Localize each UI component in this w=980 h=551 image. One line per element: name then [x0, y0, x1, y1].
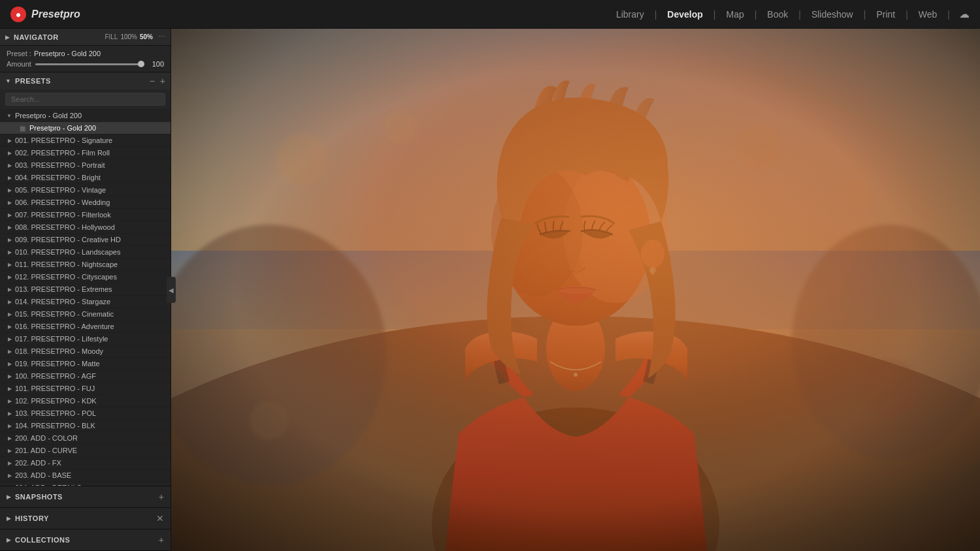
preset-info: Preset : Presetpro - Gold 200 Amount 100 — [0, 46, 171, 72]
preset-group-g002: ▶ 002. PRESETPRO - Film Roll — [0, 147, 171, 159]
zoom-100[interactable]: 100% — [120, 33, 137, 40]
preset-group-item-g101[interactable]: ▶ 101. PRESETPRO - FUJ — [0, 383, 171, 394]
presets-header-left: ▼ Presets — [5, 77, 51, 85]
preset-group-item-g016[interactable]: ▶ 016. PRESETPRO - Adventure — [0, 321, 171, 332]
preset-group-g018: ▶ 018. PRESETPRO - Moody — [0, 345, 171, 358]
nav-map[interactable]: Map — [719, 7, 750, 22]
preset-group-item-g202[interactable]: ▶ 202. ADD - FX — [0, 457, 171, 469]
center-image-area[interactable] — [171, 29, 980, 551]
preset-label: Preset : — [7, 50, 31, 57]
presets-minus-button[interactable]: − — [150, 76, 155, 86]
preset-group-g103: ▶ 103. PRESETPRO - POL — [0, 407, 171, 420]
logo-icon: ● — [10, 7, 26, 22]
preset-group-item-g019[interactable]: ▶ 019. PRESETPRO - Matte — [0, 358, 171, 370]
nav-links: Library | Develop | Map | Book | Slidesh… — [610, 7, 970, 22]
preset-name-value: Presetpro - Gold 200 — [34, 50, 101, 57]
preset-group-g201: ▶ 201. ADD - CURVE — [0, 445, 171, 457]
preset-group-item-g012[interactable]: ▶ 012. PRESETPRO - Cityscapes — [0, 271, 171, 283]
preset-group-g012: ▶ 012. PRESETPRO - Cityscapes — [0, 271, 171, 283]
amount-handle — [138, 61, 144, 67]
preset-group-item-g017[interactable]: ▶ 017. PRESETPRO - Lifestyle — [0, 333, 171, 345]
fill-label[interactable]: FILL — [105, 33, 118, 40]
navigator-section: ▶ Navigator FILL 100% 50% ⋯ — [0, 29, 171, 46]
collections-header[interactable]: ▶ Collections + — [0, 529, 171, 551]
preset-group-item-g001[interactable]: ▶ 001. PRESETPRO - Signature — [0, 134, 171, 146]
preset-group-item-g013[interactable]: ▶ 013. PRESETPRO - Extremes — [0, 283, 171, 295]
preset-group-item-g018[interactable]: ▶ 018. PRESETPRO - Moody — [0, 345, 171, 357]
preset-group-g104: ▶ 104. PRESETPRO - BLK — [0, 420, 171, 432]
presets-arrow: ▼ — [5, 78, 11, 84]
preset-group-g203: ▶ 203. ADD - BASE — [0, 469, 171, 482]
preset-group-item-g100[interactable]: ▶ 100. PRESETPRO - AGF — [0, 370, 171, 382]
presets-header-right: − + — [150, 76, 165, 86]
preset-group-item-g102[interactable]: ▶ 102. PRESETPRO - KDK — [0, 395, 171, 407]
preset-group-item-g200[interactable]: ▶ 200. ADD - COLOR — [0, 432, 171, 444]
snapshots-add-button[interactable]: + — [159, 492, 164, 502]
preset-group-g102: ▶ 102. PRESETPRO - KDK — [0, 395, 171, 407]
nav-library[interactable]: Library — [610, 7, 651, 22]
left-panel-collapse[interactable]: ◀ — [167, 277, 176, 303]
presets-section: ▼ Presets − + ▼ Presetpro - Gold 200 — [0, 72, 171, 486]
preset-group-g008: ▶ 008. PRESETPRO - Hollywood — [0, 221, 171, 234]
preset-group-g004: ▶ 004. PRESETPRO - Bright — [0, 172, 171, 184]
preset-group-g017: ▶ 017. PRESETPRO - Lifestyle — [0, 333, 171, 345]
amount-row: Amount 100 — [7, 60, 164, 68]
history-title: History — [15, 514, 49, 522]
preset-group-gold200: ▼ Presetpro - Gold 200 ▦ Presetpro - Gol… — [0, 109, 171, 134]
preset-group-item-g011[interactable]: ▶ 011. PRESETPRO - Nightscape — [0, 259, 171, 270]
left-panel: ▶ Navigator FILL 100% 50% ⋯ Preset : Pre… — [0, 29, 171, 551]
snapshots-arrow: ▶ — [7, 494, 11, 500]
nav-develop[interactable]: Develop — [661, 7, 709, 22]
navigator-header[interactable]: ▶ Navigator FILL 100% 50% ⋯ — [0, 29, 171, 45]
preset-group-g007: ▶ 007. PRESETPRO - Filterlook — [0, 209, 171, 221]
preset-group-header-gold200[interactable]: ▼ Presetpro - Gold 200 — [0, 109, 171, 122]
collections-add-button[interactable]: + — [159, 535, 164, 545]
preset-group-item-g008[interactable]: ▶ 008. PRESETPRO - Hollywood — [0, 221, 171, 233]
preset-group-item-g103[interactable]: ▶ 103. PRESETPRO - POL — [0, 407, 171, 419]
preset-group-g200: ▶ 200. ADD - COLOR — [0, 432, 171, 445]
navigator-title-row: ▶ Navigator — [5, 33, 59, 41]
preset-group-item-g014[interactable]: ▶ 014. PRESETPRO - Stargaze — [0, 296, 171, 307]
preset-group-g009: ▶ 009. PRESETPRO - Creative HD — [0, 234, 171, 246]
preset-group-item-g003[interactable]: ▶ 003. PRESETPRO - Portrait — [0, 159, 171, 171]
preset-item-label-gold200: Presetpro - Gold 200 — [29, 124, 96, 132]
preset-group-item-g002[interactable]: ▶ 002. PRESETPRO - Film Roll — [0, 147, 171, 159]
zoom-50[interactable]: 50% — [140, 33, 153, 40]
presets-search-input[interactable] — [5, 93, 165, 106]
preset-group-item-g010[interactable]: ▶ 010. PRESETPRO - Landscapes — [0, 246, 171, 258]
preset-group-g100: ▶ 100. PRESETPRO - AGF — [0, 370, 171, 383]
preset-groups-container: ▶ 001. PRESETPRO - Signature ▶ 002. PRES… — [0, 134, 171, 486]
amount-slider[interactable] — [35, 63, 144, 65]
presets-plus-button[interactable]: + — [160, 76, 165, 86]
preset-item-gold200[interactable]: ▦ Presetpro - Gold 200 — [0, 122, 171, 134]
main-content: ▶ Navigator FILL 100% 50% ⋯ Preset : Pre… — [0, 29, 980, 551]
preset-group-g014: ▶ 014. PRESETPRO - Stargaze — [0, 296, 171, 308]
nav-options-button[interactable]: ⋯ — [158, 33, 165, 41]
nav-slideshow[interactable]: Slideshow — [805, 7, 860, 22]
preset-group-item-g009[interactable]: ▶ 009. PRESETPRO - Creative HD — [0, 234, 171, 245]
preset-group-item-g203[interactable]: ▶ 203. ADD - BASE — [0, 469, 171, 481]
preset-group-item-g004[interactable]: ▶ 004. PRESETPRO - Bright — [0, 172, 171, 183]
cloud-icon[interactable]: ☁ — [959, 8, 970, 20]
preset-group-item-g104[interactable]: ▶ 104. PRESETPRO - BLK — [0, 420, 171, 432]
preset-group-item-g005[interactable]: ▶ 005. PRESETPRO - Vintage — [0, 184, 171, 196]
nav-print[interactable]: Print — [870, 7, 902, 22]
collections-title: Collections — [15, 536, 70, 544]
presets-title: Presets — [15, 77, 51, 85]
bottom-sections: ▶ Snapshots + ▶ History ✕ ▶ Collections … — [0, 486, 171, 551]
history-header[interactable]: ▶ History ✕ — [0, 508, 171, 529]
nav-web[interactable]: Web — [912, 7, 944, 22]
preset-group-item-g006[interactable]: ▶ 006. PRESETPRO - Wedding — [0, 197, 171, 208]
preset-group-g016: ▶ 016. PRESETPRO - Adventure — [0, 321, 171, 333]
snapshots-header[interactable]: ▶ Snapshots + — [0, 486, 171, 508]
preset-group-g013: ▶ 013. PRESETPRO - Extremes — [0, 283, 171, 296]
preset-group-item-g201[interactable]: ▶ 201. ADD - CURVE — [0, 445, 171, 456]
preset-group-item-g015[interactable]: ▶ 015. PRESETPRO - Cinematic — [0, 308, 171, 320]
preset-group-item-g007[interactable]: ▶ 007. PRESETPRO - Filterlook — [0, 209, 171, 221]
preset-group-label-gold200: Presetpro - Gold 200 — [15, 112, 82, 119]
logo-text: Presetpro — [31, 8, 80, 20]
presets-header: ▼ Presets − + — [0, 72, 171, 89]
navigator-arrow: ▶ — [5, 34, 10, 40]
history-clear-button[interactable]: ✕ — [156, 513, 164, 524]
nav-book[interactable]: Book — [760, 7, 794, 22]
